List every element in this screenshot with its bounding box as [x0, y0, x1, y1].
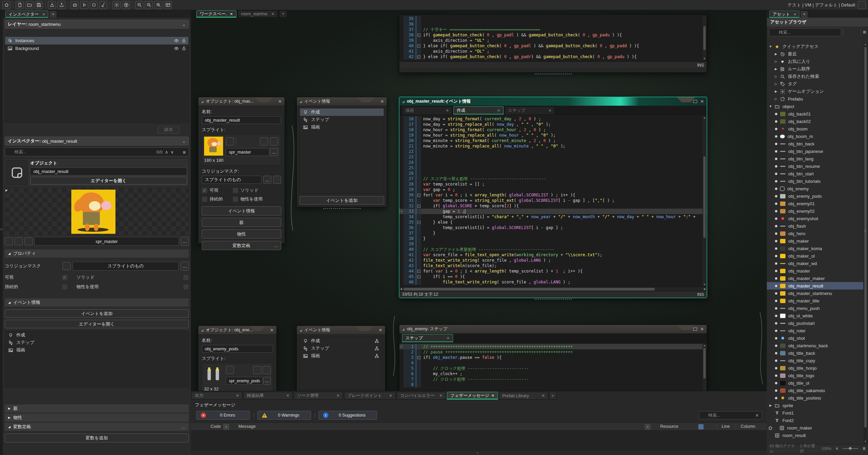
code-line[interactable]: 26: [399, 171, 707, 176]
warnings-filter-button[interactable]: ! 0 Warnings: [257, 411, 311, 420]
code-line[interactable]: 40// スコアファイル更新処理 -----------------------…: [399, 247, 707, 252]
asset-item-obj_boom[interactable]: ✦obj_boom: [767, 125, 863, 133]
asset-item-obj_btn_tutorials[interactable]: obj_btn_tutorials: [767, 177, 863, 185]
properties-header[interactable]: ◢プロパティ: [5, 249, 189, 258]
output-tab-3[interactable]: ブレークポイント✕: [344, 392, 396, 400]
code-line[interactable]: 6 my_clock++ ;: [399, 371, 707, 377]
asset-item-obj_enemyshot[interactable]: obj_enemyshot: [767, 215, 863, 222]
asset-item-sprite[interactable]: ▶sprite: [767, 402, 863, 409]
visible-checkbox[interactable]: ✓: [202, 188, 207, 193]
asset-item-obj_title_logo[interactable]: obj_title_logo: [767, 372, 863, 379]
run-button[interactable]: [80, 1, 88, 9]
close-icon[interactable]: ✕: [700, 99, 704, 104]
asset-item-room_maker[interactable]: room_maker: [767, 424, 863, 432]
asset-item-obj_title_ol[interactable]: obj_title_ol: [767, 379, 863, 387]
solid-checkbox[interactable]: [233, 188, 238, 193]
code-line[interactable]: 44−for( var i = 0 ; i < array_length( te…: [399, 268, 707, 274]
maximize-icon[interactable]: [693, 328, 697, 331]
menu-icon[interactable]: ≡: [863, 29, 866, 35]
package-import-button[interactable]: [48, 1, 56, 9]
asset-item-obj_title_yoshino[interactable]: obj_title_yoshino: [767, 394, 863, 402]
collapse-icon[interactable]: ◢: [300, 329, 302, 332]
zoom-reset-button[interactable]: [145, 1, 153, 9]
code-line[interactable]: 19now_hour = string_replace_all( now_hou…: [399, 133, 707, 138]
scrollbar-vertical[interactable]: ▲▼: [703, 116, 706, 286]
code-line[interactable]: 38}: [399, 236, 707, 241]
asset-item-obj_boom_m[interactable]: obj_boom_m: [767, 133, 863, 140]
new-sprite-icon[interactable]: [5, 237, 13, 245]
chevron-down-icon[interactable]: ∨: [170, 150, 174, 155]
new-sprite-button[interactable]: [226, 137, 234, 145]
event-row[interactable]: 描画: [5, 346, 188, 354]
code-line[interactable]: 41var score_file = file_text_open_write(…: [399, 252, 707, 258]
tab-assets[interactable]: アセット✕: [770, 11, 799, 18]
asset-item-obj_menu_push[interactable]: obj_menu_push: [767, 304, 863, 312]
object-name-field[interactable]: obj_master_result: [202, 116, 281, 124]
asset-item-obj_title_back[interactable]: obj_title_back: [767, 349, 863, 357]
chevron-up-icon[interactable]: ∧: [165, 150, 168, 155]
asset-item-obj_title_honjo[interactable]: obj_title_honjo: [767, 364, 863, 372]
asset-item-obj_master_result[interactable]: obj_master_result: [767, 282, 863, 290]
asset-item-obj_enemy02[interactable]: obj_enemy02: [767, 207, 863, 215]
variables-header[interactable]: ◢変数定義…: [5, 423, 189, 431]
column-column[interactable]: Column: [736, 424, 755, 429]
code-line[interactable]: 4: [399, 360, 707, 366]
asset-item-obj_back02[interactable]: obj_back02: [767, 118, 863, 125]
workspace-tab[interactable]: ワークスペー...✕: [196, 10, 236, 18]
asset-item-obj_enemy_pods[interactable]: obj_enemy_pods: [767, 192, 863, 200]
sprite-picker-button[interactable]: …: [263, 377, 271, 385]
edit-mask-button[interactable]: [273, 176, 281, 184]
code-line[interactable]: 39 axis_direction = "UL" ;: [399, 38, 707, 43]
drag-handle[interactable]: [535, 73, 572, 75]
column-code[interactable]: Code: [211, 424, 221, 429]
asset-item-obj_back01[interactable]: obj_back01: [767, 110, 863, 118]
output-tab-6[interactable]: Prefab Library✕: [499, 392, 548, 400]
code-line[interactable]: 46 file_text_write_string( score_file , …: [399, 279, 707, 285]
asset-item-object[interactable]: ▼object: [767, 103, 863, 110]
edit-mask-button[interactable]: [62, 262, 71, 270]
inspector-search-input[interactable]: [15, 150, 154, 154]
output-tab-4[interactable]: コンパイルエラー✕: [397, 392, 446, 400]
code-line[interactable]: 35− } else {: [399, 220, 707, 225]
asset-item-obj_master_maker[interactable]: obj_master_maker: [767, 275, 863, 282]
parent-button[interactable]: 親: [202, 218, 281, 227]
window-titlebar[interactable]: ◢ obj_enemy: ステップ ✕: [399, 325, 707, 334]
object-name-field[interactable]: obj_enemy_pods: [202, 345, 273, 353]
asset-item-お気に入り[interactable]: ▷♥お気に入り: [767, 58, 863, 65]
editor-tab-作成[interactable]: 作成✕: [453, 106, 504, 115]
asset-item-obj_enemy01[interactable]: obj_enemy01: [767, 200, 863, 207]
event-row[interactable]: 描画: [300, 123, 384, 131]
debug-button[interactable]: [71, 1, 79, 9]
asset-item-obj_enemy[interactable]: obj_enemy: [767, 185, 863, 192]
open-editor-button-2[interactable]: エディターを開く: [5, 320, 189, 328]
asset-item-obj_btn_resume[interactable]: obj_btn_resume: [767, 162, 863, 170]
close-icon[interactable]: ✕: [446, 108, 449, 113]
asset-item-obj_title_copy[interactable]: obj_title_copy: [767, 357, 863, 364]
code-line[interactable]: 27// スコア並べ替え処理 -------------------------…: [399, 176, 707, 181]
collapse-right-icon[interactable]: »: [864, 228, 866, 232]
code-line[interactable]: 45− if( i == 0 ){: [399, 274, 707, 279]
layer-selector[interactable]: レイヤー: room_startmenu ⌄: [5, 20, 189, 29]
code-line[interactable]: 16now_day = string_format( current_day ,…: [399, 116, 707, 122]
collision-mask-value[interactable]: スプライトのもの: [73, 262, 179, 270]
code-line[interactable]: ›33 gap = 1 ;: [399, 209, 707, 214]
event-row[interactable]: ステップ: [300, 116, 384, 123]
feather-search-input[interactable]: [708, 413, 753, 418]
package-export-button[interactable]: [57, 1, 66, 9]
asset-item-room_result[interactable]: room_result: [767, 432, 863, 439]
code-line[interactable]: 22: [399, 149, 707, 154]
scrollbar-horizontal[interactable]: ◀▶: [399, 287, 707, 291]
code-line[interactable]: 36: [399, 21, 707, 27]
output-tab-2[interactable]: ソース管理✕: [294, 392, 343, 400]
new-sprite-button[interactable]: [226, 366, 234, 374]
code-line[interactable]: 37// 十字キー ==============================…: [399, 27, 707, 32]
code-line[interactable]: 8: [399, 382, 707, 387]
mask-picker-button[interactable]: …: [181, 262, 189, 270]
code-area[interactable]: 16now_day = string_format( current_day ,…: [399, 115, 707, 287]
asset-item-obj_maker[interactable]: obj_maker: [767, 237, 863, 245]
code-line[interactable]: 25: [399, 165, 707, 171]
dots-icon[interactable]: …: [181, 424, 185, 430]
visible-checkbox[interactable]: ✓: [62, 275, 68, 280]
layer-row-instances[interactable]: Instances: [5, 37, 188, 45]
persistent-checkbox[interactable]: [62, 284, 68, 290]
